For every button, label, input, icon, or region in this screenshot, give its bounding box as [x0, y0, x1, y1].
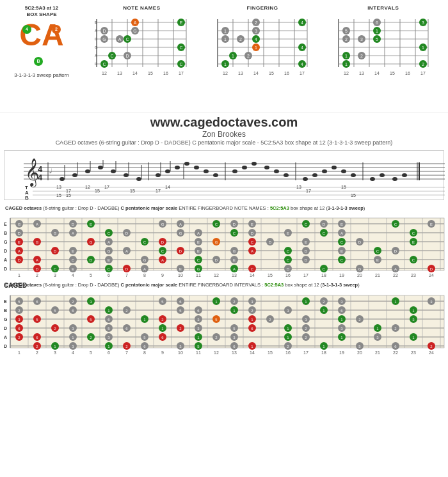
svg-text:1: 1	[345, 62, 348, 66]
svg-text:17: 17	[420, 71, 426, 75]
logo-title: 5C2:5A3 at 12BOX SHAPE	[6, 5, 77, 19]
diagrams-area: NOTE NAMES E A D	[83, 5, 442, 86]
svg-text:G: G	[54, 231, 57, 235]
svg-text:D: D	[358, 240, 362, 244]
svg-text:12: 12	[214, 350, 219, 354]
svg-text:C: C	[215, 223, 218, 226]
svg-text:D: D	[161, 240, 164, 244]
svg-text:14: 14	[250, 273, 255, 277]
svg-text:4: 4	[301, 62, 303, 66]
svg-text:G: G	[358, 267, 362, 271]
svg-text:1: 1	[345, 54, 348, 58]
svg-text:D: D	[18, 231, 21, 235]
svg-text:13: 13	[359, 71, 364, 75]
svg-text:19: 19	[339, 273, 344, 277]
svg-text:7: 7	[125, 273, 128, 277]
svg-text:5: 5	[376, 37, 378, 42]
svg-text:E: E	[108, 258, 110, 262]
ca-dot-b: B	[34, 57, 43, 66]
svg-text:G: G	[197, 267, 200, 271]
ca-dot-4: 4	[22, 25, 31, 34]
diagram-header-fingering: FINGERING	[204, 5, 321, 11]
svg-text:C: C	[412, 231, 415, 235]
svg-text:7: 7	[125, 350, 128, 354]
svg-text:1: 1	[255, 45, 257, 50]
svg-text:E: E	[251, 223, 253, 226]
svg-point-153	[98, 166, 103, 169]
svg-text:D: D	[95, 37, 98, 41]
notation-svg: 𝄞 4 4 𝅗𝅥	[4, 151, 445, 201]
svg-text:D: D	[305, 249, 308, 253]
ca-dot-2: 2	[52, 25, 61, 34]
svg-text:𝅗𝅥: 𝅗𝅥	[49, 168, 52, 174]
svg-text:15: 15	[268, 350, 273, 354]
svg-text:14: 14	[253, 71, 259, 75]
diagram-intervals: INTERVALS 6 3 5	[324, 5, 442, 86]
svg-text:C: C	[394, 223, 397, 226]
svg-text:15: 15	[269, 71, 274, 75]
svg-text:D: D	[251, 231, 254, 235]
svg-text:4: 4	[72, 273, 74, 277]
sweep-label: 3-1-3-1-3 sweep pattern	[6, 72, 77, 78]
svg-point-176	[264, 166, 269, 169]
svg-point-170	[204, 169, 209, 173]
svg-text:A: A	[233, 267, 236, 271]
svg-point-184	[341, 169, 346, 173]
svg-text:C: C	[323, 231, 326, 235]
svg-text:E: E	[72, 267, 74, 271]
svg-text:13: 13	[296, 185, 301, 189]
diagram-svg-intervals: 6 3 5 1 2 3 5 1 1 2 1	[335, 13, 431, 83]
svg-text:D: D	[125, 267, 129, 271]
svg-text:G: G	[179, 231, 182, 235]
svg-text:15: 15	[390, 71, 395, 75]
svg-text:17: 17	[300, 71, 305, 75]
svg-text:6: 6	[108, 350, 110, 354]
svg-text:D: D	[394, 249, 397, 253]
svg-text:13: 13	[232, 350, 237, 354]
svg-text:1: 1	[18, 350, 20, 354]
svg-text:A: A	[4, 335, 7, 340]
svg-text:2: 2	[345, 37, 348, 42]
svg-text:15: 15	[66, 193, 71, 198]
svg-text:4: 4	[301, 20, 303, 25]
svg-text:12: 12	[85, 185, 90, 189]
svg-point-164	[165, 169, 170, 173]
svg-text:12: 12	[223, 71, 228, 75]
svg-text:G: G	[4, 317, 8, 322]
svg-text:B: B	[25, 195, 29, 201]
svg-text:A: A	[143, 267, 146, 271]
svg-text:D: D	[90, 258, 93, 262]
svg-text:14: 14	[250, 350, 255, 354]
svg-text:17: 17	[104, 185, 109, 189]
svg-text:C: C	[108, 267, 111, 271]
svg-text:G: G	[215, 240, 218, 244]
svg-point-155	[111, 169, 116, 173]
svg-text:D: D	[179, 249, 182, 253]
svg-text:1: 1	[224, 62, 227, 66]
svg-text:D: D	[4, 249, 7, 253]
svg-text:D: D	[103, 29, 106, 33]
svg-text:2: 2	[36, 273, 38, 277]
svg-text:C: C	[340, 240, 344, 244]
svg-text:B: B	[4, 231, 7, 235]
svg-text:19: 19	[339, 350, 344, 354]
svg-text:D: D	[233, 223, 236, 226]
svg-text:2: 2	[36, 350, 38, 354]
svg-text:E: E	[4, 222, 7, 226]
svg-text:1: 1	[224, 29, 227, 33]
svg-text:17: 17	[156, 189, 161, 193]
svg-text:9: 9	[161, 273, 164, 277]
svg-text:G: G	[134, 29, 137, 33]
ca-logo: 4 2 CA B	[16, 20, 67, 71]
svg-text:G: G	[4, 240, 8, 244]
svg-text:11: 11	[196, 273, 201, 277]
svg-text:21: 21	[375, 350, 380, 354]
svg-point-190	[402, 173, 407, 177]
svg-text:A: A	[118, 37, 122, 42]
svg-text:D: D	[287, 267, 290, 271]
svg-text:2: 2	[247, 54, 250, 58]
svg-text:C: C	[251, 240, 254, 244]
svg-text:8: 8	[143, 350, 146, 354]
svg-text:3: 3	[54, 350, 56, 354]
svg-text:10: 10	[178, 273, 183, 277]
